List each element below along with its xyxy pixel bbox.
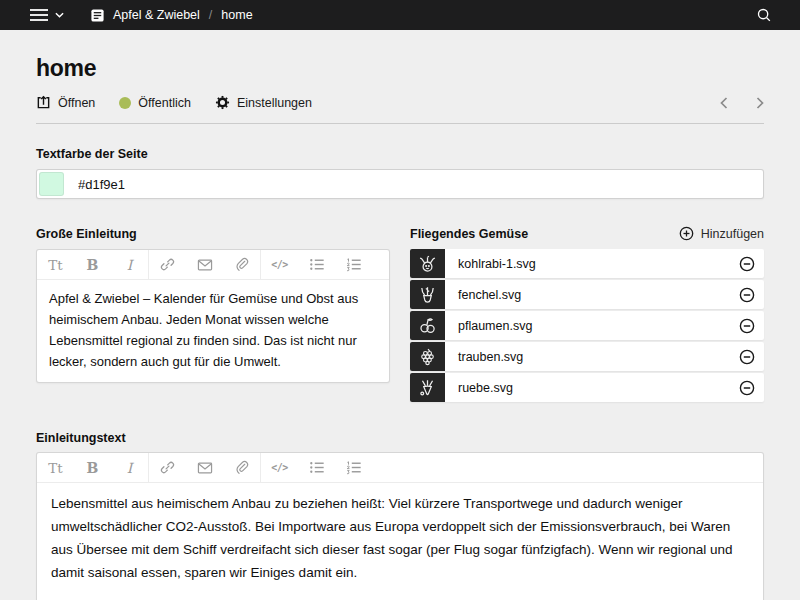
- ordered-list-button[interactable]: [335, 453, 372, 483]
- status-button[interactable]: Öffentlich: [119, 96, 191, 110]
- page-pager: [720, 97, 764, 109]
- settings-button[interactable]: Einstellungen: [215, 95, 312, 110]
- file-thumbnail-fenchel: [410, 280, 445, 309]
- minus-circle-icon: [739, 318, 755, 334]
- chevron-right-icon: [756, 97, 764, 109]
- code-button[interactable]: </>: [261, 250, 298, 280]
- fliegendes-gemuese-label: Fliegendes Gemüse: [410, 227, 528, 241]
- link-icon: [160, 460, 175, 475]
- file-row[interactable]: fenchel.svg: [410, 280, 764, 309]
- link-button[interactable]: [149, 453, 186, 483]
- file-thumbnail-ruebe: [410, 373, 445, 402]
- text-style-button[interactable]: Tt: [37, 250, 74, 280]
- einleitungstext-editor: Tt B I </> Lebensmittel aus heimischem A…: [36, 452, 764, 600]
- add-file-button[interactable]: Hinzufügen: [679, 226, 764, 241]
- breadcrumb-page-label: home: [221, 8, 252, 22]
- code-icon: </>: [271, 462, 288, 473]
- einleitungstext-label: Einleitungstext: [36, 431, 764, 445]
- unordered-list-button[interactable]: [298, 250, 335, 280]
- status-button-label: Öffentlich: [138, 96, 191, 110]
- plus-circle-icon: [679, 226, 694, 241]
- color-swatch[interactable]: [39, 172, 64, 196]
- email-button[interactable]: [186, 250, 223, 280]
- unordered-list-button[interactable]: [298, 453, 335, 483]
- remove-file-button[interactable]: [739, 318, 755, 334]
- bold-button[interactable]: B: [74, 250, 111, 280]
- remove-file-button[interactable]: [739, 380, 755, 396]
- file-row[interactable]: trauben.svg: [410, 342, 764, 371]
- page-header-buttons: Öffnen Öffentlich Einstellungen: [36, 95, 764, 110]
- page-title: home: [36, 55, 764, 82]
- ordered-list-icon: [346, 460, 362, 475]
- color-field: [36, 169, 764, 199]
- minus-circle-icon: [739, 349, 755, 365]
- attachment-button[interactable]: [223, 250, 260, 280]
- file-list: kohlrabi-1.svg fenchel.svg: [410, 249, 764, 402]
- file-row[interactable]: kohlrabi-1.svg: [410, 249, 764, 278]
- text-style-button[interactable]: Tt: [37, 453, 74, 483]
- breadcrumb-separator: /: [209, 8, 212, 22]
- minus-circle-icon: [739, 256, 755, 272]
- prev-page-button[interactable]: [720, 97, 728, 109]
- italic-button[interactable]: I: [111, 453, 148, 483]
- file-thumbnail-trauben: [410, 342, 445, 371]
- chevron-down-icon: [55, 12, 64, 18]
- grosse-einleitung-textarea[interactable]: Apfel & Zwiebel – Kalender für Gemüse un…: [37, 280, 389, 382]
- color-field-label: Textfarbe der Seite: [36, 147, 764, 161]
- einleitungstext-textarea[interactable]: Lebensmittel aus heimischem Anbau zu bez…: [37, 483, 763, 600]
- remove-file-button[interactable]: [739, 287, 755, 303]
- open-button[interactable]: Öffnen: [36, 95, 95, 110]
- hamburger-icon: [30, 8, 48, 22]
- italic-button[interactable]: I: [111, 250, 148, 280]
- gear-icon: [215, 95, 230, 110]
- file-name: pflaumen.svg: [458, 319, 532, 333]
- file-name: ruebe.svg: [458, 381, 513, 395]
- file-name: trauben.svg: [458, 350, 523, 364]
- file-row[interactable]: pflaumen.svg: [410, 311, 764, 340]
- file-thumbnail-pflaumen: [410, 311, 445, 340]
- email-icon: [197, 258, 213, 272]
- color-value-input[interactable]: [78, 177, 761, 192]
- breadcrumb-site[interactable]: Apfel & Zwiebel: [90, 8, 200, 23]
- sections-grid: Große Einleitung Tt B I </>: [36, 225, 764, 404]
- ordered-list-button[interactable]: [335, 250, 372, 280]
- chevron-left-icon: [720, 97, 728, 109]
- text-style-icon: Tt: [48, 460, 62, 476]
- italic-icon: I: [127, 460, 133, 476]
- attachment-button[interactable]: [223, 453, 260, 483]
- topbar: Apfel & Zwiebel / home: [0, 0, 800, 30]
- text-style-icon: Tt: [48, 257, 62, 273]
- bold-icon: B: [87, 460, 99, 476]
- editor-toolbar: Tt B I </>: [37, 250, 389, 280]
- panel-page: Apfel & Zwiebel / home home Öffnen: [0, 0, 800, 600]
- file-thumbnail-kohlrabi: [410, 249, 445, 278]
- add-file-button-label: Hinzufügen: [701, 227, 764, 241]
- grosse-einleitung-label: Große Einleitung: [36, 227, 137, 241]
- breadcrumb-page[interactable]: home: [221, 8, 252, 22]
- code-button[interactable]: </>: [261, 453, 298, 483]
- attachment-icon: [234, 460, 249, 475]
- attachment-icon: [234, 257, 249, 272]
- einleitungstext-paragraph: Lebensmittel aus heimischem Anbau zu bez…: [51, 492, 749, 584]
- einleitungstext-paragraph: Vorsicht! Beim Einkauf trotzdem immer da…: [51, 595, 749, 600]
- link-button[interactable]: [149, 250, 186, 280]
- file-row[interactable]: ruebe.svg: [410, 373, 764, 402]
- file-name: kohlrabi-1.svg: [458, 257, 536, 271]
- header-divider: [36, 123, 764, 124]
- search-button[interactable]: [756, 7, 772, 23]
- code-icon: </>: [271, 259, 288, 270]
- email-button[interactable]: [186, 453, 223, 483]
- section-fliegendes-gemuese: Fliegendes Gemüse Hinzufügen kohlrabi-1.…: [410, 225, 764, 404]
- breadcrumb: Apfel & Zwiebel / home: [90, 8, 253, 23]
- breadcrumb-site-label: Apfel & Zwiebel: [113, 8, 200, 22]
- grosse-einleitung-editor: Tt B I </> Apfel & Zwiebel – Kalender fü…: [36, 249, 390, 383]
- page-icon: [90, 8, 105, 23]
- remove-file-button[interactable]: [739, 349, 755, 365]
- remove-file-button[interactable]: [739, 256, 755, 272]
- email-icon: [197, 461, 213, 475]
- italic-icon: I: [127, 257, 133, 273]
- file-name: fenchel.svg: [458, 288, 521, 302]
- bold-button[interactable]: B: [74, 453, 111, 483]
- next-page-button[interactable]: [756, 97, 764, 109]
- menu-button[interactable]: [30, 8, 64, 22]
